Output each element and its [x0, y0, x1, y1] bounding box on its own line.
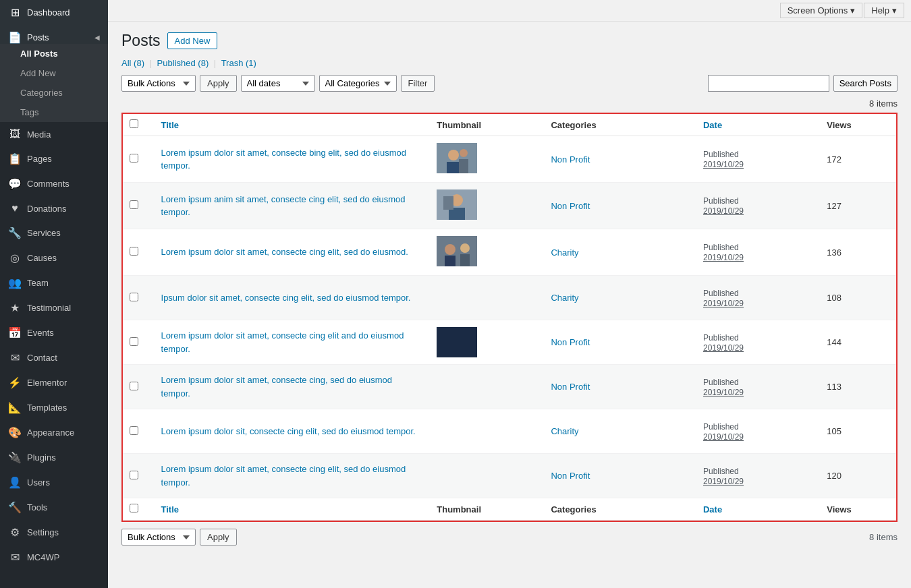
sidebar-item-plugins[interactable]: 🔌 Plugins: [0, 445, 108, 470]
sidebar-item-contact[interactable]: ✉ Contact: [0, 345, 108, 370]
header-thumbnail: Thumbnail: [430, 114, 544, 136]
category-link[interactable]: Non Profit: [551, 337, 590, 347]
help-button[interactable]: Help ▾: [864, 3, 904, 18]
media-icon: 🖼: [8, 128, 22, 140]
sidebar-item-services[interactable]: 🔧 Services: [0, 220, 108, 245]
header-row: Title Thumbnail Categories Date Views: [123, 114, 896, 136]
footer-thumbnail: Thumbnail: [430, 498, 544, 521]
filter-tab-all[interactable]: All (8): [121, 58, 144, 68]
pages-icon: 📋: [8, 152, 22, 165]
sidebar-item-appearance[interactable]: 🎨 Appearance: [0, 420, 108, 445]
post-title-link[interactable]: Lorem ipsum dolor sit amet, consecte bin…: [161, 146, 424, 173]
footer-date-sort-link[interactable]: Date: [703, 504, 722, 514]
apply-button-top[interactable]: Apply: [200, 75, 237, 92]
row-checkbox[interactable]: [130, 247, 138, 256]
help-arrow: ▾: [892, 5, 897, 16]
views-value: 108: [827, 293, 841, 303]
sidebar-item-donations[interactable]: ♥ Donations: [0, 196, 108, 220]
sidebar-item-elementor[interactable]: ⚡ Elementor: [0, 370, 108, 395]
table-row: Lorem ipsum dolor sit amet, consecte cin…: [123, 365, 896, 409]
sidebar-sub-add-new[interactable]: Add New: [0, 63, 108, 83]
search-input[interactable]: [708, 75, 829, 92]
testimonial-icon: ★: [8, 301, 22, 314]
appearance-icon: 🎨: [8, 426, 22, 439]
sidebar-item-causes[interactable]: ◎ Causes: [0, 245, 108, 270]
post-title-link[interactable]: Lorem ipsum dolor sit amet, consecte cin…: [161, 245, 424, 259]
row-checkbox-cell: [123, 136, 155, 183]
sidebar-sub-categories[interactable]: Categories: [0, 83, 108, 102]
sidebar-item-pages[interactable]: 📋 Pages: [0, 146, 108, 171]
sidebar-item-testimonial[interactable]: ★ Testimonial: [0, 295, 108, 320]
sidebar-item-label: Plugins: [27, 452, 56, 463]
sidebar-item-posts[interactable]: 📄 Posts ◀: [0, 25, 108, 44]
post-title-link[interactable]: Lorem ipsum anim sit amet, consecte cing…: [161, 193, 424, 219]
sidebar-item-events[interactable]: 📅 Events: [0, 320, 108, 345]
footer-title-sort-link[interactable]: Title: [161, 504, 180, 514]
row-views-cell: 113: [820, 365, 896, 409]
sidebar-item-team[interactable]: 👥 Team: [0, 270, 108, 295]
footer-date: Date: [696, 498, 820, 521]
category-link[interactable]: Charity: [551, 247, 578, 258]
row-checkbox[interactable]: [130, 200, 138, 209]
table-row: Lorem ipsum dolor sit amet, consecte cin…: [123, 454, 896, 498]
row-title-cell: Ipsum dolor sit amet, consecte cing elit…: [155, 276, 431, 320]
date-sort-link[interactable]: Date: [703, 120, 722, 130]
templates-icon: 📐: [8, 401, 22, 414]
sidebar-item-mc4wp[interactable]: ✉ MC4WP: [0, 545, 108, 570]
select-all-footer-checkbox[interactable]: [130, 504, 138, 512]
filter-tab-published[interactable]: Published (8): [157, 58, 209, 68]
post-title-link[interactable]: Lorem ipsum dolor sit amet, consecte cin…: [161, 329, 424, 355]
row-checkbox[interactable]: [130, 337, 138, 346]
sidebar-item-users[interactable]: 👤 Users: [0, 470, 108, 495]
sidebar-item-dashboard[interactable]: ⊞ Dashboard: [0, 0, 108, 25]
screen-options-button[interactable]: Screen Options ▾: [780, 3, 863, 18]
post-title-link[interactable]: Ipsum dolor sit amet, consecte cing elit…: [161, 291, 424, 305]
row-checkbox[interactable]: [130, 382, 138, 390]
posts-table-wrapper: Title Thumbnail Categories Date Views Lo…: [121, 113, 898, 522]
add-new-button[interactable]: Add New: [167, 32, 218, 49]
bulk-actions-select[interactable]: Bulk Actions: [121, 75, 196, 92]
svg-point-3: [460, 149, 468, 157]
sidebar-sub-all-posts[interactable]: All Posts: [0, 44, 108, 63]
tools-icon: 🔨: [8, 501, 22, 514]
post-title-link[interactable]: Lorem ipsum dolor sit, consecte cing eli…: [161, 425, 424, 438]
row-checkbox[interactable]: [130, 293, 138, 301]
page-title: Posts: [121, 32, 161, 50]
date-value: 2019/10/29: [703, 299, 744, 308]
row-category-cell: Non Profit: [544, 365, 696, 409]
date-status: Published: [703, 422, 739, 432]
posts-table: Title Thumbnail Categories Date Views Lo…: [123, 114, 896, 521]
post-title-link[interactable]: Lorem ipsum dolor sit amet, consecte cin…: [161, 374, 424, 400]
posts-icon: 📄: [8, 31, 22, 44]
sidebar-item-tools[interactable]: 🔨 Tools: [0, 495, 108, 520]
title-sort-link[interactable]: Title: [161, 120, 180, 130]
all-dates-select[interactable]: All dates: [241, 75, 315, 92]
settings-icon: ⚙: [8, 526, 22, 539]
category-link[interactable]: Non Profit: [551, 471, 590, 481]
filter-button[interactable]: Filter: [401, 75, 435, 92]
sidebar-item-comments[interactable]: 💬 Comments: [0, 171, 108, 196]
category-link[interactable]: Non Profit: [551, 201, 590, 211]
category-link[interactable]: Non Profit: [551, 154, 590, 165]
sidebar-item-label: Team: [27, 278, 49, 288]
category-link[interactable]: Non Profit: [551, 382, 590, 392]
category-link[interactable]: Charity: [551, 293, 578, 303]
search-posts-button[interactable]: Search Posts: [833, 75, 898, 92]
row-checkbox[interactable]: [130, 471, 138, 479]
sidebar-item-settings[interactable]: ⚙ Settings: [0, 520, 108, 545]
apply-button-bottom[interactable]: Apply: [200, 529, 237, 546]
table-row: Lorem ipsum dolor sit, consecte cing eli…: [123, 409, 896, 454]
sidebar-item-media[interactable]: 🖼 Media: [0, 122, 108, 146]
select-all-checkbox[interactable]: [130, 119, 138, 128]
row-checkbox[interactable]: [130, 426, 138, 435]
views-value: 172: [827, 154, 841, 165]
category-link[interactable]: Charity: [551, 426, 578, 436]
post-title-link[interactable]: Lorem ipsum dolor sit amet, consecte cin…: [161, 463, 424, 489]
sidebar-item-templates[interactable]: 📐 Templates: [0, 395, 108, 420]
all-categories-select[interactable]: All Categories: [319, 75, 397, 92]
filter-tab-trash[interactable]: Trash (1): [221, 58, 256, 68]
sidebar-sub-tags[interactable]: Tags: [0, 102, 108, 122]
row-date-cell: Published 2019/10/29: [696, 365, 820, 409]
row-checkbox[interactable]: [130, 154, 138, 163]
bulk-actions-select-bottom[interactable]: Bulk Actions: [121, 529, 196, 546]
